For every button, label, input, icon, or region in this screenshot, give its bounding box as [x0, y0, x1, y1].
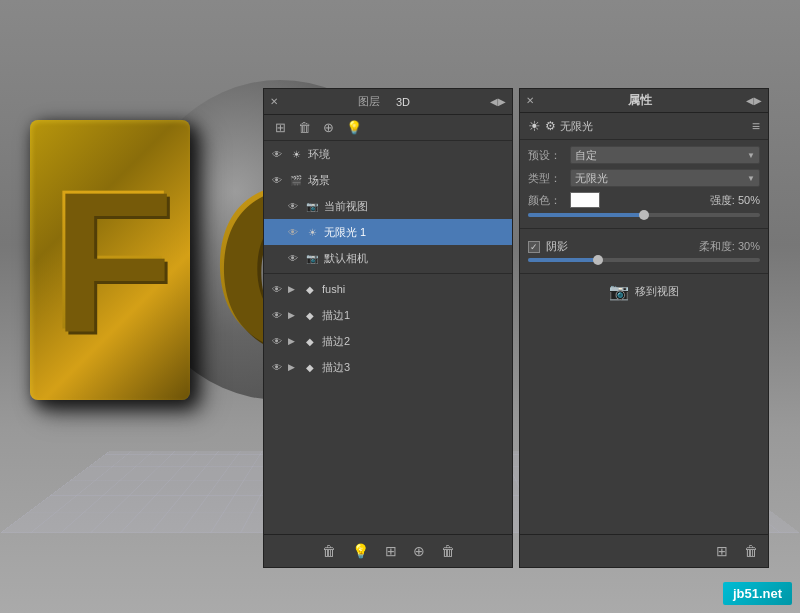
softness-slider-fill	[528, 258, 598, 262]
footer-grid-icon[interactable]: ⊞	[381, 541, 401, 561]
left-panel-titlebar: ✕ 图层 3D ◀▶	[264, 89, 512, 115]
softness-slider[interactable]	[528, 258, 760, 262]
expand-stroke3[interactable]: ▶	[288, 362, 298, 372]
stroke1-label: 描边1	[322, 308, 350, 323]
layer-item-environment[interactable]: 👁 ☀ 环境	[264, 141, 512, 167]
left-panel-close[interactable]: ✕	[270, 96, 278, 107]
visibility-eye-stroke1[interactable]: 👁	[270, 308, 284, 322]
fushi-label: fushi	[322, 283, 345, 295]
stroke1-icon: ◆	[302, 308, 318, 322]
tab-3d[interactable]: 3D	[392, 94, 414, 110]
visibility-eye-camera[interactable]: 👁	[286, 251, 300, 265]
toolbar-grid-icon[interactable]: ⊞	[272, 119, 289, 136]
color-swatch[interactable]	[570, 192, 600, 208]
intensity-value-label: 强度: 50%	[710, 193, 760, 208]
preset-row: 预设： 自定	[528, 146, 760, 164]
footer-trash-icon[interactable]: 🗑	[437, 541, 459, 561]
color-row: 颜色： 强度: 50%	[528, 192, 760, 208]
toolbar-light-icon[interactable]: 💡	[343, 119, 365, 136]
current-view-label: 当前视图	[324, 199, 368, 214]
right-panel-properties: ✕ 属性 ◀▶ ☀ ⚙ 无限光 ≡ 预设： 自定 类型：	[519, 88, 769, 568]
color-label: 颜色：	[528, 193, 564, 208]
layer-item-current-view[interactable]: 👁 📷 当前视图	[264, 193, 512, 219]
layer-item-default-camera[interactable]: 👁 📷 默认相机	[264, 245, 512, 271]
left-panel-expand[interactable]: ◀▶	[490, 96, 506, 107]
layer-item-fushi[interactable]: 👁 ▶ ◆ fushi	[264, 276, 512, 302]
footer-add-icon[interactable]: ⊕	[409, 541, 429, 561]
left-panel-toolbar: ⊞ 🗑 ⊕ 💡	[264, 115, 512, 141]
right-panel-footer: ⊞ 🗑	[520, 534, 768, 567]
separator-line	[264, 273, 512, 274]
left-panel-3d: ✕ 图层 3D ◀▶ ⊞ 🗑 ⊕ 💡 👁 ☀ 环境 👁 🎬	[263, 88, 513, 568]
properties-sun-icon: ☀	[528, 118, 541, 134]
default-camera-label: 默认相机	[324, 251, 368, 266]
layer-item-stroke1[interactable]: 👁 ▶ ◆ 描边1	[264, 302, 512, 328]
type-row: 类型： 无限光	[528, 169, 760, 187]
footer-light-icon[interactable]: 💡	[348, 541, 373, 561]
properties-title: 属性	[628, 92, 652, 109]
properties-menu-btn[interactable]: ≡	[752, 118, 760, 134]
right-panel-close[interactable]: ✕	[526, 95, 534, 106]
move-to-view-section[interactable]: 📷 移到视图	[520, 274, 768, 309]
type-label: 类型：	[528, 171, 564, 186]
intensity-slider-handle[interactable]	[639, 210, 649, 220]
layer-item-stroke3[interactable]: 👁 ▶ ◆ 描边3	[264, 354, 512, 380]
move-to-view-label: 移到视图	[635, 284, 679, 299]
letter-f-3d	[30, 120, 190, 400]
left-panel-footer: 🗑 💡 ⊞ ⊕ 🗑	[264, 534, 512, 567]
current-view-icon: 📷	[304, 199, 320, 213]
right-panel-expand[interactable]: ◀▶	[746, 95, 762, 106]
shadow-checkbox[interactable]: ✓	[528, 241, 540, 253]
properties-gear-icon: ⚙	[545, 119, 556, 133]
shadow-section: ✓ 阴影 柔和度: 30%	[520, 229, 768, 274]
intensity-slider-row	[528, 213, 760, 217]
fushi-icon: ◆	[302, 282, 318, 296]
expand-stroke2[interactable]: ▶	[288, 336, 298, 346]
toolbar-delete-icon[interactable]: 🗑	[295, 119, 314, 136]
softness-label: 柔和度: 30%	[699, 239, 760, 254]
intensity-slider-fill	[528, 213, 644, 217]
right-footer-delete-icon[interactable]: 🗑	[740, 541, 762, 561]
visibility-eye-scene[interactable]: 👁	[270, 173, 284, 187]
preset-dropdown-wrapper: 自定	[570, 146, 760, 164]
layers-list: 👁 ☀ 环境 👁 🎬 场景 👁 📷 当前视图 👁 ☀ 无限光 1	[264, 141, 512, 534]
expand-stroke1[interactable]: ▶	[288, 310, 298, 320]
visibility-eye-view[interactable]: 👁	[286, 199, 300, 213]
selected-indicator	[264, 228, 269, 236]
type-dropdown-wrapper: 无限光	[570, 169, 760, 187]
stroke3-icon: ◆	[302, 360, 318, 374]
footer-delete-icon[interactable]: 🗑	[318, 541, 340, 561]
expand-fushi[interactable]: ▶	[288, 284, 298, 294]
right-footer-grid-icon[interactable]: ⊞	[712, 541, 732, 561]
intensity-slider[interactable]	[528, 213, 760, 217]
softness-slider-row	[528, 258, 760, 262]
stroke2-label: 描边2	[322, 334, 350, 349]
stroke2-icon: ◆	[302, 334, 318, 348]
visibility-eye-fushi[interactable]: 👁	[270, 282, 284, 296]
panel-tabs: 图层 3D	[354, 92, 414, 111]
softness-slider-handle[interactable]	[593, 255, 603, 265]
preset-select[interactable]: 自定	[570, 146, 760, 164]
right-panel-titlebar: ✕ 属性 ◀▶	[520, 89, 768, 113]
stroke3-label: 描边3	[322, 360, 350, 375]
layer-item-infinite-light[interactable]: 👁 ☀ 无限光 1	[264, 219, 512, 245]
visibility-eye-env[interactable]: 👁	[270, 147, 284, 161]
preset-section: 预设： 自定 类型： 无限光 颜色： 强度: 50%	[520, 140, 768, 229]
preset-label: 预设：	[528, 148, 564, 163]
toolbar-add-icon[interactable]: ⊕	[320, 119, 337, 136]
tab-layers[interactable]: 图层	[354, 92, 384, 111]
layer-item-stroke2[interactable]: 👁 ▶ ◆ 描边2	[264, 328, 512, 354]
shadow-row: ✓ 阴影 柔和度: 30%	[528, 235, 760, 258]
env-icon: ☀	[288, 147, 304, 161]
light-type-label: 无限光	[560, 119, 593, 134]
visibility-eye-stroke2[interactable]: 👁	[270, 334, 284, 348]
type-select[interactable]: 无限光	[570, 169, 760, 187]
env-label: 环境	[308, 147, 330, 162]
visibility-eye-light[interactable]: 👁	[286, 225, 300, 239]
visibility-eye-stroke3[interactable]: 👁	[270, 360, 284, 374]
shadow-label: 阴影	[546, 239, 568, 254]
move-to-view-icon: 📷	[609, 282, 629, 301]
layer-item-scene[interactable]: 👁 🎬 场景	[264, 167, 512, 193]
scene-label: 场景	[308, 173, 330, 188]
default-camera-icon: 📷	[304, 251, 320, 265]
